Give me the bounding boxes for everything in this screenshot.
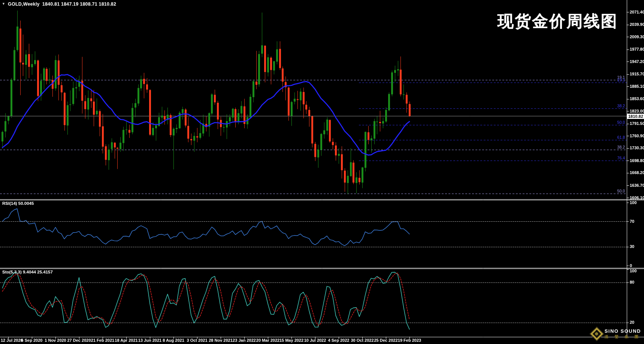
- sto-scale-label: 80: [630, 280, 634, 284]
- symbol-header: ▼ GOLD,Weekly 1840.81 1847.19 1808.71 18…: [2, 2, 116, 7]
- time-axis-label: 1 Nov 2020: [45, 338, 66, 342]
- time-axis-label: 19 Feb 2023: [398, 338, 421, 342]
- brand-name-chinese: 漢 聲 集 團: [605, 334, 641, 339]
- rsi-scale-label: 100: [630, 200, 637, 205]
- sto-scale-label: 100: [630, 269, 637, 273]
- time-axis-label: 15 May 2022: [279, 338, 303, 342]
- time-axis-label: 23 Jan 2022: [233, 338, 256, 342]
- price-axis-label: 1636.70: [630, 183, 644, 188]
- broker-watermark: ❆ SiNO SOUND 漢 聲 集 團: [592, 328, 641, 339]
- price-axis-label: 1668.20: [630, 170, 644, 175]
- fib-level-label: 19.1: [617, 78, 625, 82]
- brand-name: SiNO SOUND: [605, 328, 641, 334]
- price-axis-label: 1791.50: [630, 121, 644, 126]
- time-axis-label: 21 Feb 2021: [91, 338, 114, 342]
- time-axis-label: 3 Oct 2021: [187, 338, 207, 342]
- rsi-scale-label: 30: [630, 244, 634, 249]
- price-axis-label: 2071.40: [630, 10, 644, 14]
- time-axis-label: 12 Jul 2020: [1, 338, 23, 342]
- fib-level-label: 61.8: [617, 135, 625, 140]
- time-axis-label: 25 Dec 2022: [374, 338, 398, 342]
- rsi-indicator-label: RSI(14) 50.0045: [2, 201, 34, 206]
- price-axis-label: 1823.00: [630, 109, 644, 113]
- time-axis-label: 18 Apr 2021: [115, 338, 137, 342]
- price-axis-label: 1977.80: [630, 47, 644, 51]
- price-axis-label: 1853.60: [630, 96, 644, 101]
- rsi-scale-label: 0: [630, 263, 632, 268]
- current-price-box: 1810.82: [627, 114, 644, 119]
- time-axis-label: 4 Sep 2022: [328, 338, 350, 342]
- fib-level-label: 76.4: [617, 156, 625, 160]
- time-axis-label: 20 Mar 2022: [256, 338, 279, 342]
- time-axis-label: 27 Dec 2020: [67, 338, 91, 342]
- time-axis-label: 6 Sep 2020: [21, 338, 43, 342]
- price-axis-label: 1760.90: [630, 134, 644, 138]
- time-axis-label: 13 Jun 2021: [138, 338, 161, 342]
- time-axis-label: 8 Aug 2021: [163, 338, 184, 342]
- fib-level-label: 50.0: [617, 189, 625, 193]
- price-axis-label: 1730.30: [630, 146, 644, 150]
- fib-level-label: 38.2: [617, 104, 625, 108]
- sino-sound-logo-icon: ❆: [590, 327, 603, 340]
- time-axis-label: 10 Jul 2022: [304, 338, 326, 342]
- chart-canvas[interactable]: [0, 0, 644, 344]
- rsi-scale-label: 70: [630, 219, 634, 224]
- price-axis-label: 1885.10: [630, 84, 644, 89]
- price-axis-label: 1947.20: [630, 59, 644, 64]
- sto-scale-label: 20: [630, 320, 634, 324]
- chart-title: 现货金价周线图: [498, 11, 618, 32]
- sto-indicator-label: Sto(5,3,3) 9.4044 25.4157: [2, 270, 53, 274]
- symbol-timeframe-label: GOLD,Weekly: [8, 2, 40, 7]
- price-axis-label: 1698.80: [630, 158, 644, 163]
- price-axis-label: 2039.90: [630, 22, 644, 27]
- mt4-chart-window: ▼ GOLD,Weekly 1840.81 1847.19 1808.71 18…: [0, 0, 644, 344]
- price-axis-label: 2009.30: [630, 35, 644, 39]
- ohlc-values: 1840.81 1847.19 1808.71 1810.82: [42, 2, 116, 7]
- fib-level-label: 38.2: [617, 145, 625, 149]
- price-axis-label: 1915.70: [630, 72, 644, 76]
- time-axis-label: 30 Oct 2022: [351, 338, 374, 342]
- fib-level-label: 50.0: [617, 120, 625, 125]
- price-axis-label: 1606.10: [630, 195, 644, 200]
- time-axis-label: 28 Nov 2021: [209, 338, 233, 342]
- chevron-down-icon[interactable]: ▼: [2, 2, 5, 6]
